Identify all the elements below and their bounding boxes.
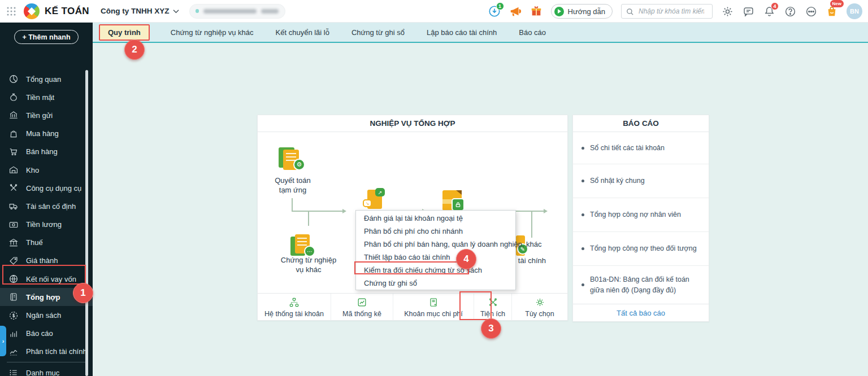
action-utilities[interactable]: Tiện ích <box>474 294 512 321</box>
report-icon <box>8 329 19 339</box>
tab-bar: Quy trìnhChứng từ nghiệp vụ khácKết chuy… <box>93 23 868 43</box>
sidebar-item-fixed-assets[interactable]: Tài sản cố định <box>0 197 93 215</box>
action-stat-code[interactable]: Mã thống kê <box>331 294 393 321</box>
play-icon <box>554 7 564 16</box>
notifications-bell-icon[interactable]: 4 <box>763 5 775 18</box>
action-label: Hệ thống tài khoản <box>264 310 324 318</box>
sidebar-item-label: Tiền mặt <box>26 93 54 102</box>
costing-icon <box>8 256 19 266</box>
sidebar-item-cash[interactable]: Tiền mặt <box>0 88 93 106</box>
feedback-chat-icon[interactable] <box>742 5 754 18</box>
sidebar-scrollbar[interactable] <box>85 70 88 376</box>
tools-icon <box>8 183 19 193</box>
sidebar-item-report[interactable]: Báo cáo <box>0 325 93 343</box>
all-reports-link[interactable]: Tất cả báo cáo <box>617 309 665 317</box>
sidebar-item-label: Tiền gửi <box>26 111 53 120</box>
report-item-1[interactable]: Sổ chi tiết các tài khoản <box>573 132 709 164</box>
bullet-icon <box>581 283 584 286</box>
gift-icon[interactable] <box>530 5 542 18</box>
status-dot-icon <box>196 9 199 13</box>
tab-5[interactable]: Lập báo cáo tài chính <box>426 25 498 40</box>
megaphone-icon[interactable] <box>509 5 522 18</box>
menu-item-1[interactable]: Đánh giá lại tài khoản ngoại tệ <box>356 212 515 225</box>
sidebar-item-loan[interactable]: Kết nối vay vốn <box>0 270 93 288</box>
action-options[interactable]: Tùy chọn <box>512 294 567 321</box>
revaluation-icon[interactable]: ↗ ↘ <box>363 188 387 212</box>
sidebar-expand-handle[interactable]: › <box>0 326 6 356</box>
sidebar-item-categories[interactable]: Danh mục <box>0 364 93 376</box>
company-name: Công ty TNHH XYZ <box>101 7 170 15</box>
panel-title: NGHIỆP VỤ TỔNG HỢP <box>258 115 567 132</box>
tab-6[interactable]: Báo cáo <box>518 25 547 40</box>
sidebar-item-sales[interactable]: Bán hàng <box>0 143 93 161</box>
sidebar-item-label: Giá thành <box>26 256 58 265</box>
user-avatar[interactable]: BN <box>847 3 862 19</box>
sidebar-item-overview[interactable]: Tổng quan <box>0 70 93 88</box>
utilities-context-menu: Đánh giá lại tài khoản ngoại tệPhân bổ c… <box>355 210 516 290</box>
stat-code-icon <box>357 297 367 308</box>
sidebar-item-general[interactable]: Tổng hợp <box>0 288 93 306</box>
action-label: Mã thống kê <box>342 310 381 318</box>
sidebar-divider <box>7 362 86 362</box>
more-options-icon[interactable] <box>805 5 817 18</box>
menu-item-3[interactable]: Phân bổ chi phí bán hàng, quản lý doanh … <box>356 238 515 251</box>
app-window: KẾ TOÁN Công ty TNHH XYZ 1 <box>0 0 868 376</box>
quick-add-button[interactable]: + Thêm nhanh <box>14 30 79 44</box>
sidebar-item-label: Phân tích tài chính <box>26 347 87 356</box>
sidebar-item-label: Tổng quan <box>26 75 61 84</box>
sidebar-item-bank-deposit[interactable]: Tiền gửi <box>0 106 93 124</box>
advance-settlement-icon[interactable]: ⚙ <box>279 146 306 172</box>
sidebar-item-label: Công cụ dụng cụ <box>26 184 81 193</box>
action-label: Tùy chọn <box>525 310 554 318</box>
sidebar-item-label: Kết nối vay vốn <box>26 275 76 283</box>
store-new-badge: New <box>830 0 844 7</box>
general-icon <box>8 292 19 302</box>
menu-item-6[interactable]: Chứng từ ghi sổ <box>356 277 515 290</box>
report-item-5[interactable]: B01a-DN: Bảng cân đối kế toán giữa niên … <box>573 266 709 304</box>
sidebar: + Thêm nhanh Tổng quanTiền mặtTiền gửiMu… <box>0 23 93 376</box>
sidebar-item-label: Tổng hợp <box>26 293 60 301</box>
sidebar-item-budget[interactable]: Ngân sách <box>0 306 93 324</box>
misa-logo-icon[interactable] <box>24 3 40 19</box>
loan-icon <box>8 274 19 284</box>
report-item-4[interactable]: Tổng hợp công nợ theo đối tượng <box>573 232 709 266</box>
search-icon <box>626 7 634 16</box>
flow-node-label-partial[interactable]: o tài chính <box>512 256 557 266</box>
action-account-system[interactable]: Hệ thống tài khoản <box>258 294 331 321</box>
sidebar-item-tools[interactable]: Công cụ dụng cụ <box>0 179 93 197</box>
search-input[interactable] <box>637 7 705 16</box>
report-item-label: Tổng hợp công nợ nhân viên <box>590 209 681 220</box>
sidebar-item-tax[interactable]: Thuế <box>0 234 93 252</box>
menu-item-4[interactable]: Thiết lập báo cáo tài chính <box>356 251 515 264</box>
sidebar-item-warehouse[interactable]: Kho <box>0 161 93 179</box>
report-item-3[interactable]: Tổng hợp công nợ nhân viên <box>573 198 709 232</box>
guide-button[interactable]: Hướng dẫn <box>551 4 613 19</box>
app-store-bag-icon[interactable]: New <box>826 5 838 18</box>
sidebar-item-label: Kho <box>26 166 39 174</box>
sidebar-item-label: Tiền lương <box>26 220 62 229</box>
report-item-label: Tổng hợp công nợ theo đối tượng <box>590 243 697 253</box>
menu-item-2[interactable]: Phân bổ chi phí cho chi nhánh <box>356 225 515 238</box>
menu-item-5[interactable]: Kiểm tra đối chiếu chứng từ sổ sách <box>356 264 515 277</box>
bullet-icon <box>581 247 584 250</box>
close-books-icon[interactable] <box>441 189 466 213</box>
action-label: Khoản mục chi phí <box>404 310 463 318</box>
flow-node-label[interactable]: Quyết toán tạm ứng <box>270 176 315 195</box>
tab-4[interactable]: Chứng từ ghi sổ <box>350 25 406 40</box>
settings-gear-icon[interactable] <box>721 5 734 18</box>
flow-node-label[interactable]: Chứng từ nghiệp vụ khác <box>280 256 337 275</box>
tab-3[interactable]: Kết chuyển lãi lỗ <box>275 25 331 40</box>
app-grid-icon[interactable] <box>5 5 18 18</box>
tab-1[interactable]: Quy trình <box>99 24 150 41</box>
download-update-icon[interactable]: 1 <box>488 5 501 18</box>
sidebar-item-payroll[interactable]: Tiền lương <box>0 216 93 234</box>
action-label: Tiện ích <box>480 310 505 318</box>
tab-2[interactable]: Chứng từ nghiệp vụ khác <box>170 25 255 40</box>
sidebar-item-costing[interactable]: Giá thành <box>0 252 93 270</box>
sidebar-item-analysis[interactable]: Phân tích tài chính <box>0 343 93 361</box>
company-selector[interactable]: Công ty TNHH XYZ <box>101 7 179 15</box>
help-icon[interactable] <box>784 5 796 18</box>
sidebar-item-purchase[interactable]: Mua hàng <box>0 125 93 143</box>
action-expense-item[interactable]: Khoản mục chi phí <box>393 294 474 321</box>
report-item-2[interactable]: Sổ nhật ký chung <box>573 164 709 198</box>
